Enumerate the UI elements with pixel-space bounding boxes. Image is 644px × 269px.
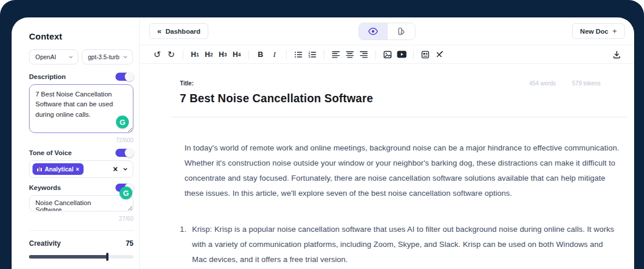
h-sub: 2	[210, 52, 213, 58]
editor-main: « Dashboard	[140, 17, 634, 269]
align-center-button[interactable]	[343, 48, 357, 62]
provider-select[interactable]: OpenAI	[29, 49, 78, 64]
bar-chart-icon	[37, 166, 42, 172]
keywords-char-counter: 27/60	[29, 216, 133, 222]
token-count: 579 tokens	[572, 80, 600, 87]
provider-select-value: OpenAI	[35, 53, 56, 60]
youtube-icon	[397, 51, 407, 58]
redo-icon[interactable]: ↻	[164, 48, 178, 62]
editor-top-bar: « Dashboard	[140, 17, 634, 45]
sidebar-title: Context	[29, 31, 133, 41]
chevron-down-icon[interactable]	[123, 167, 128, 171]
doc-title-label: Title:	[180, 80, 194, 87]
toolbar-divider	[324, 50, 324, 59]
toolbar-divider	[413, 50, 414, 59]
heading3-button[interactable]: H3	[216, 48, 230, 62]
insert-image-button[interactable]	[381, 48, 395, 62]
list-item-number: 1.	[180, 222, 187, 267]
bullet-list-button[interactable]	[291, 48, 305, 62]
model-select[interactable]: gpt-3.5-turb	[82, 49, 133, 64]
tone-tag-analytical[interactable]: Analytical ×	[32, 163, 84, 175]
eye-icon	[368, 27, 378, 35]
h-sub: 4	[238, 52, 241, 58]
preview-mode-button[interactable]	[359, 23, 387, 40]
word-count: 454 words	[529, 80, 556, 87]
keywords-input[interactable]: Noise Cancellation Software	[29, 195, 133, 211]
svg-text:3: 3	[308, 55, 310, 59]
toggle-knob	[125, 72, 134, 81]
description-field-wrap: 7 Best Noise Cancellation Software that …	[29, 81, 133, 135]
chevrons-left-icon: «	[157, 27, 161, 35]
doc-title[interactable]: 7 Best Noise Cancellation Software	[180, 92, 627, 105]
creativity-slider[interactable]	[29, 255, 133, 259]
document-area[interactable]: Title: 454 words 579 tokens 7 Best Noise…	[140, 64, 634, 269]
plus-icon: +	[612, 27, 617, 35]
toolbar-divider	[375, 50, 376, 59]
clear-formatting-icon	[435, 50, 444, 59]
sidebar-divider	[29, 230, 133, 231]
description-toggle[interactable]	[115, 73, 133, 81]
heading2-button[interactable]: H2	[202, 48, 216, 62]
context-sidebar: Context OpenAI gpt-3.5-turb Description …	[12, 17, 140, 269]
h-base: H	[205, 51, 210, 59]
toolbar-divider	[286, 50, 287, 59]
view-mode-toggle	[359, 23, 415, 40]
grammarly-icon[interactable]: G	[120, 186, 132, 199]
tag-remove-icon[interactable]: ×	[76, 166, 79, 173]
h-base: H	[233, 51, 238, 59]
formatting-toolbar: ↺ ↻ H1 H2 H3 H4 B I 1 2	[140, 45, 634, 64]
doc-numbered-list: 1. Krisp: Krisp is a popular noise cance…	[180, 222, 627, 269]
download-icon	[612, 50, 621, 59]
tone-tag-label: Analytical	[45, 166, 74, 173]
ordered-list-button[interactable]: 1 2 3	[305, 48, 319, 62]
align-center-icon	[345, 50, 354, 59]
description-char-counter: 72/600	[29, 137, 133, 144]
bold-button[interactable]: B	[254, 48, 267, 62]
bullet-list-icon	[294, 50, 303, 59]
tone-toggle[interactable]	[115, 149, 133, 157]
insert-video-button[interactable]	[395, 48, 408, 62]
undo-icon[interactable]: ↺	[150, 48, 164, 62]
ordered-list-icon: 1 2 3	[307, 50, 317, 59]
model-select-row: OpenAI gpt-3.5-turb	[29, 49, 133, 64]
insert-article-button[interactable]	[418, 48, 432, 62]
creativity-slider-handle[interactable]	[106, 253, 108, 261]
align-left-icon	[331, 50, 341, 59]
toggle-knob	[125, 148, 134, 157]
dashboard-button[interactable]: « Dashboard	[149, 23, 208, 39]
model-select-value: gpt-3.5-turb	[88, 53, 120, 60]
download-button[interactable]	[610, 48, 624, 62]
heading4-button[interactable]: H4	[230, 48, 244, 62]
creativity-value: 75	[126, 239, 133, 248]
align-right-icon	[359, 50, 368, 59]
italic-button[interactable]: I	[267, 48, 281, 62]
grammarly-icon[interactable]: G	[116, 116, 129, 128]
toolbar-divider	[183, 50, 183, 59]
creativity-label: Creativity	[29, 239, 61, 248]
tone-label: Tone of Voice	[29, 149, 72, 156]
h-base: H	[219, 51, 224, 59]
clear-formatting-button[interactable]	[432, 48, 446, 62]
list-item[interactable]: 1. Krisp: Krisp is a popular noise cance…	[180, 222, 627, 267]
doc-intro-paragraph[interactable]: In today's world of remote work and onli…	[184, 141, 627, 201]
chevron-down-icon	[68, 55, 73, 59]
align-left-button[interactable]	[329, 48, 343, 62]
tone-select[interactable]: Analytical × ×	[29, 160, 133, 178]
list-item-text: Krisp: Krisp is a popular noise cancella…	[192, 222, 616, 267]
align-right-button[interactable]	[357, 48, 371, 62]
image-icon	[383, 50, 392, 59]
heading1-button[interactable]: H1	[188, 48, 202, 62]
chevron-down-icon	[123, 55, 128, 59]
new-doc-button[interactable]: New Doc +	[572, 23, 625, 39]
swatchbook-mode-button[interactable]	[387, 23, 415, 40]
keywords-label: Keywords	[29, 184, 61, 191]
news-article-icon	[421, 50, 430, 59]
clear-icon[interactable]: ×	[113, 165, 118, 173]
keywords-field-wrap: Noise Cancellation Software G	[29, 192, 133, 214]
h-sub: 1	[196, 52, 199, 58]
dashboard-button-label: Dashboard	[165, 28, 200, 35]
h-base: H	[191, 51, 196, 59]
swatchbook-icon	[397, 27, 406, 36]
app-card: Context OpenAI gpt-3.5-turb Description …	[12, 17, 634, 269]
creativity-slider-fill	[29, 255, 107, 259]
